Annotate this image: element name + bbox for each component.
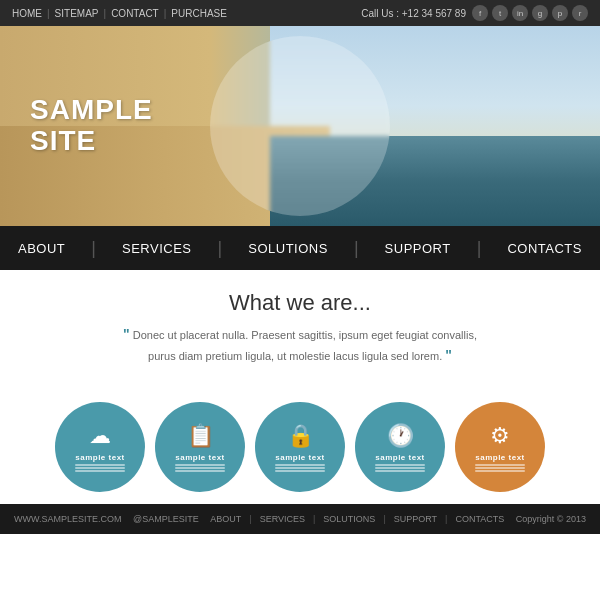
- footer-site[interactable]: WWW.SAMPLESITE.COM: [14, 514, 122, 524]
- topnav-sep2: |: [104, 8, 107, 19]
- circle-line: [475, 467, 525, 469]
- mainnav-sep4: |: [477, 238, 482, 259]
- circle-lines-0: [75, 464, 125, 472]
- circle-lines-4: [475, 464, 525, 472]
- circle-line: [75, 464, 125, 466]
- social-rss[interactable]: r: [572, 5, 588, 21]
- circle-item-4[interactable]: ⚙ sample text: [455, 402, 545, 492]
- circle-item-0[interactable]: ☁ sample text: [55, 402, 145, 492]
- circle-line: [275, 467, 325, 469]
- social-facebook[interactable]: f: [472, 5, 488, 21]
- document-icon: 📋: [187, 423, 214, 449]
- section-quote: " Donec ut placerat nulla. Praesent sagi…: [110, 324, 490, 366]
- circle-line: [475, 464, 525, 466]
- footer-sep3: |: [383, 514, 385, 524]
- circles-row: ☁ sample text 📋 sample text 🔒 sample tex…: [0, 394, 600, 504]
- footer-sep2: |: [313, 514, 315, 524]
- hero-section: SAMPLESITE: [0, 26, 600, 226]
- circle-line: [275, 464, 325, 466]
- topnav-purchase[interactable]: PURCHASE: [171, 8, 227, 19]
- circle-lines-3: [375, 464, 425, 472]
- topnav-contact[interactable]: CONTACT: [111, 8, 159, 19]
- section-title: What we are...: [30, 290, 570, 316]
- main-nav: ABOUT | SERVICES | SOLUTIONS | SUPPORT |…: [0, 226, 600, 270]
- social-twitter[interactable]: t: [492, 5, 508, 21]
- circle-lines-1: [175, 464, 225, 472]
- mainnav-contacts[interactable]: CONTACTS: [497, 241, 592, 256]
- footer: WWW.SAMPLESITE.COM @SAMPLESITE ABOUT | S…: [0, 504, 600, 534]
- clock-icon: 🕐: [387, 423, 414, 449]
- circle-line: [375, 470, 425, 472]
- circle-label-1: sample text: [175, 453, 225, 462]
- footer-sep1: |: [249, 514, 251, 524]
- footer-contacts[interactable]: CONTACTS: [455, 514, 504, 524]
- footer-about[interactable]: ABOUT: [210, 514, 241, 524]
- circle-line: [275, 470, 325, 472]
- top-nav: HOME | SITEMAP | CONTACT | PURCHASE: [12, 8, 227, 19]
- circle-line: [375, 464, 425, 466]
- mainnav-sep3: |: [354, 238, 359, 259]
- top-right: Call Us : +12 34 567 89 f t in g p r: [361, 5, 588, 21]
- quote-mark-open: ": [123, 326, 130, 342]
- mainnav-support[interactable]: SUPPORT: [375, 241, 461, 256]
- circle-label-0: sample text: [75, 453, 125, 462]
- footer-solutions[interactable]: SOLUTIONS: [323, 514, 375, 524]
- circle-line: [75, 467, 125, 469]
- mainnav-solutions[interactable]: SOLUTIONS: [238, 241, 338, 256]
- social-pinterest[interactable]: p: [552, 5, 568, 21]
- topnav-sep3: |: [164, 8, 167, 19]
- mainnav-about[interactable]: ABOUT: [8, 241, 75, 256]
- circle-line: [175, 464, 225, 466]
- social-linkedin[interactable]: in: [512, 5, 528, 21]
- footer-copyright: Copyright © 2013: [516, 514, 586, 524]
- circle-label-4: sample text: [475, 453, 525, 462]
- topnav-sitemap[interactable]: SITEMAP: [55, 8, 99, 19]
- circle-line: [75, 470, 125, 472]
- call-text: Call Us : +12 34 567 89: [361, 8, 466, 19]
- circle-line: [175, 470, 225, 472]
- hero-circle: [210, 36, 390, 216]
- circle-line: [375, 467, 425, 469]
- circle-line: [475, 470, 525, 472]
- mainnav-sep2: |: [218, 238, 223, 259]
- quote-text: Donec ut placerat nulla. Praesent sagitt…: [133, 329, 477, 362]
- circle-line: [175, 467, 225, 469]
- footer-services[interactable]: SERVICES: [260, 514, 305, 524]
- circle-lines-2: [275, 464, 325, 472]
- topnav-home[interactable]: HOME: [12, 8, 42, 19]
- footer-sep4: |: [445, 514, 447, 524]
- social-icons: f t in g p r: [472, 5, 588, 21]
- footer-nav: ABOUT | SERVICES | SOLUTIONS | SUPPORT |…: [210, 514, 504, 524]
- circle-label-2: sample text: [275, 453, 325, 462]
- topnav-sep1: |: [47, 8, 50, 19]
- circle-item-2[interactable]: 🔒 sample text: [255, 402, 345, 492]
- quote-mark-close: ": [445, 347, 452, 363]
- circle-label-3: sample text: [375, 453, 425, 462]
- gear-icon: ⚙: [490, 423, 510, 449]
- cloud-icon: ☁: [89, 423, 111, 449]
- mainnav-sep1: |: [91, 238, 96, 259]
- hero-title: SAMPLESITE: [30, 95, 153, 157]
- lock-icon: 🔒: [287, 423, 314, 449]
- footer-support[interactable]: SUPPORT: [394, 514, 437, 524]
- circle-item-1[interactable]: 📋 sample text: [155, 402, 245, 492]
- content-section: What we are... " Donec ut placerat nulla…: [0, 270, 600, 394]
- footer-social[interactable]: @SAMPLESITE: [133, 514, 199, 524]
- social-googleplus[interactable]: g: [532, 5, 548, 21]
- circle-item-3[interactable]: 🕐 sample text: [355, 402, 445, 492]
- mainnav-services[interactable]: SERVICES: [112, 241, 202, 256]
- top-bar: HOME | SITEMAP | CONTACT | PURCHASE Call…: [0, 0, 600, 26]
